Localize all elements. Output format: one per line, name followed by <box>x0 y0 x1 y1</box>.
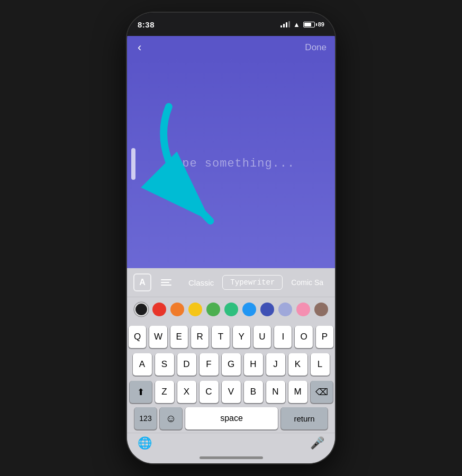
color-red[interactable] <box>152 303 166 316</box>
status-time: 8:38 <box>138 20 155 29</box>
key-j[interactable]: J <box>266 353 285 376</box>
extras-bar: 🌐 🎤 <box>127 433 335 453</box>
key-k[interactable]: K <box>288 353 307 376</box>
globe-icon[interactable]: 🌐 <box>138 436 152 450</box>
key-h[interactable]: H <box>244 353 263 376</box>
key-c[interactable]: C <box>200 381 219 403</box>
keyboard-area: Q W E R T Y U I O P A S D F G H J K <box>127 322 335 463</box>
color-blue[interactable] <box>242 303 256 316</box>
key-p[interactable]: P <box>316 326 333 348</box>
font-style-toggle[interactable]: A <box>133 273 151 291</box>
font-toolbar: A Classic Typewriter Comic Sa <box>127 268 335 297</box>
toolbar-area: A Classic Typewriter Comic Sa <box>127 268 335 322</box>
shift-key[interactable]: ⬆ <box>130 381 152 403</box>
home-indicator <box>200 456 263 459</box>
key-u[interactable]: U <box>253 326 271 348</box>
status-bar: 8:38 ▲ 89 <box>127 13 335 36</box>
key-d[interactable]: D <box>177 353 196 376</box>
keyboard-rows: Q W E R T Y U I O P A S D F G H J K <box>127 322 335 405</box>
key-z[interactable]: Z <box>155 381 174 403</box>
color-strip <box>131 148 135 180</box>
color-picker-row <box>127 297 335 322</box>
key-g[interactable]: G <box>222 353 241 376</box>
key-f[interactable]: F <box>200 353 219 376</box>
color-pink[interactable] <box>296 303 310 316</box>
font-classic[interactable]: Classic <box>181 276 221 290</box>
microphone-icon[interactable]: 🎤 <box>310 436 324 450</box>
key-y[interactable]: Y <box>233 326 250 348</box>
space-key[interactable]: space <box>185 407 278 429</box>
bottom-bar: 123 ☺ space return <box>127 405 335 433</box>
key-row-2: A S D F G H J K L <box>129 353 333 376</box>
color-navy[interactable] <box>260 303 274 316</box>
key-a[interactable]: A <box>133 353 152 376</box>
color-brown[interactable] <box>314 303 328 316</box>
key-m[interactable]: M <box>288 381 307 403</box>
key-v[interactable]: V <box>222 381 241 403</box>
key-e[interactable]: E <box>170 326 188 348</box>
done-button[interactable]: Done <box>305 42 327 53</box>
wifi-icon: ▲ <box>293 21 300 29</box>
color-teal[interactable] <box>224 303 238 316</box>
key-t[interactable]: T <box>212 326 229 348</box>
signal-icon <box>280 21 290 28</box>
color-green[interactable] <box>206 303 220 316</box>
home-indicator-area <box>127 453 335 463</box>
key-b[interactable]: B <box>244 381 263 403</box>
color-yellow[interactable] <box>188 303 202 316</box>
battery-icon: 89 <box>303 21 324 28</box>
font-style-options: Classic Typewriter Comic Sa <box>181 275 331 290</box>
back-button[interactable]: ‹ <box>135 39 143 57</box>
backspace-key[interactable]: ⌫ <box>311 381 333 403</box>
color-black[interactable] <box>134 303 148 316</box>
key-i[interactable]: I <box>274 326 292 348</box>
key-s[interactable]: S <box>155 353 174 376</box>
emoji-key[interactable]: ☺ <box>160 407 182 429</box>
numbers-key[interactable]: 123 <box>134 407 157 429</box>
return-key[interactable]: return <box>281 407 328 429</box>
key-q[interactable]: Q <box>129 326 146 348</box>
key-o[interactable]: O <box>295 326 312 348</box>
font-typewriter[interactable]: Typewriter <box>222 275 283 290</box>
color-orange[interactable] <box>170 303 184 316</box>
font-comic[interactable]: Comic Sa <box>284 276 331 289</box>
canvas-area[interactable]: Type something... <box>127 59 335 268</box>
phone-frame: 8:38 ▲ 89 ‹ Done <box>127 13 335 463</box>
key-w[interactable]: W <box>149 326 167 348</box>
key-row-1: Q W E R T Y U I O P <box>129 326 333 348</box>
placeholder-text: Type something... <box>167 157 295 170</box>
key-r[interactable]: R <box>191 326 209 348</box>
key-row-3: ⬆ Z X C V B N M ⌫ <box>129 381 333 403</box>
color-lavender[interactable] <box>278 303 292 316</box>
app-header: ‹ Done <box>127 36 335 59</box>
key-n[interactable]: N <box>266 381 285 403</box>
key-x[interactable]: X <box>177 381 196 403</box>
status-icons: ▲ 89 <box>280 21 324 29</box>
text-align-toggle[interactable] <box>159 277 174 288</box>
key-l[interactable]: L <box>311 353 330 376</box>
